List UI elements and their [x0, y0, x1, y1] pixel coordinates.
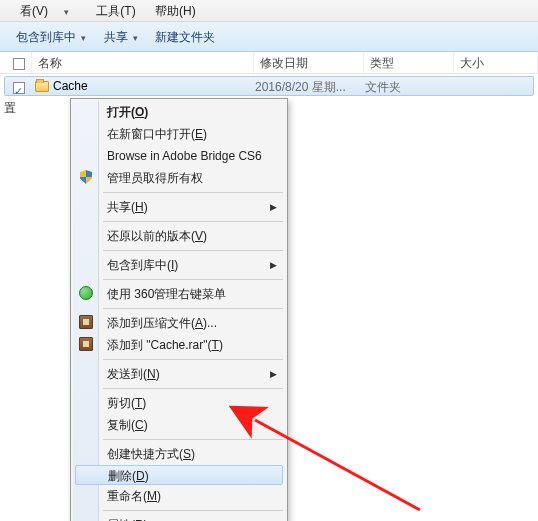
- rar-icon: [78, 336, 94, 352]
- ctx-open-new-window[interactable]: 在新窗口中打开(E): [73, 123, 285, 145]
- separator: [103, 359, 283, 360]
- ctx-add-to-archive[interactable]: 添加到压缩文件(A)...: [73, 312, 285, 334]
- ctx-delete[interactable]: 删除(D): [75, 465, 283, 485]
- row-name: Cache: [53, 77, 88, 95]
- folder-icon: [35, 81, 49, 92]
- 360-icon: [78, 285, 94, 301]
- ctx-cut[interactable]: 剪切(T): [73, 392, 285, 414]
- nav-pane-fragment: 置: [0, 100, 14, 120]
- ctx-properties[interactable]: 属性(R): [73, 514, 285, 521]
- file-row-selected[interactable]: Cache 2016/8/20 星期... 文件夹: [4, 76, 534, 96]
- command-bar: 包含到库中 ▾ 共享 ▾ 新建文件夹: [0, 22, 538, 52]
- row-checkbox[interactable]: [5, 77, 33, 95]
- ctx-create-shortcut[interactable]: 创建快捷方式(S): [73, 443, 285, 465]
- ctx-rename[interactable]: 重命名(M): [73, 485, 285, 507]
- header-type[interactable]: 类型: [364, 52, 454, 73]
- ctx-copy[interactable]: 复制(C): [73, 414, 285, 436]
- separator: [103, 308, 283, 309]
- ctx-include-in-library[interactable]: 包含到库中(I)▶: [73, 254, 285, 276]
- separator: [103, 439, 283, 440]
- separator: [103, 250, 283, 251]
- rar-icon: [78, 314, 94, 330]
- header-checkbox[interactable]: [0, 52, 32, 73]
- separator: [103, 221, 283, 222]
- toolbar-include-in-library[interactable]: 包含到库中 ▾: [12, 22, 96, 53]
- ctx-restore-previous[interactable]: 还原以前的版本(V): [73, 225, 285, 247]
- ctx-360-menu[interactable]: 使用 360管理右键菜单: [73, 283, 285, 305]
- separator: [103, 388, 283, 389]
- menu-help[interactable]: 帮助(H): [147, 0, 204, 22]
- list-header: 名称 修改日期 类型 大小: [0, 52, 538, 74]
- row-date: 2016/8/20 星期...: [255, 77, 365, 95]
- header-date[interactable]: 修改日期: [254, 52, 364, 73]
- ctx-adobe-bridge[interactable]: Browse in Adobe Bridge CS6: [73, 145, 285, 167]
- row-type: 文件夹: [365, 77, 455, 95]
- ctx-share[interactable]: 共享(H)▶: [73, 196, 285, 218]
- menu-tools[interactable]: 工具(T): [88, 0, 143, 22]
- separator: [103, 510, 283, 511]
- toolbar-new-folder[interactable]: 新建文件夹: [151, 22, 225, 52]
- separator: [103, 192, 283, 193]
- header-size[interactable]: 大小: [454, 52, 538, 73]
- toolbar-share[interactable]: 共享 ▾: [100, 22, 148, 53]
- row-size: [455, 77, 533, 95]
- ctx-open[interactable]: 打开(O): [73, 101, 285, 123]
- menu-bar: 看(V)▾ 工具(T) 帮助(H): [0, 0, 538, 22]
- separator: [103, 279, 283, 280]
- header-name[interactable]: 名称: [32, 52, 254, 73]
- shield-icon: [78, 169, 94, 185]
- ctx-take-ownership[interactable]: 管理员取得所有权: [73, 167, 285, 189]
- ctx-add-to-cache-rar[interactable]: 添加到 "Cache.rar"(T): [73, 334, 285, 356]
- ctx-send-to[interactable]: 发送到(N)▶: [73, 363, 285, 385]
- menu-view[interactable]: 看(V)▾: [4, 0, 85, 23]
- context-menu: 打开(O) 在新窗口中打开(E) Browse in Adobe Bridge …: [70, 98, 288, 521]
